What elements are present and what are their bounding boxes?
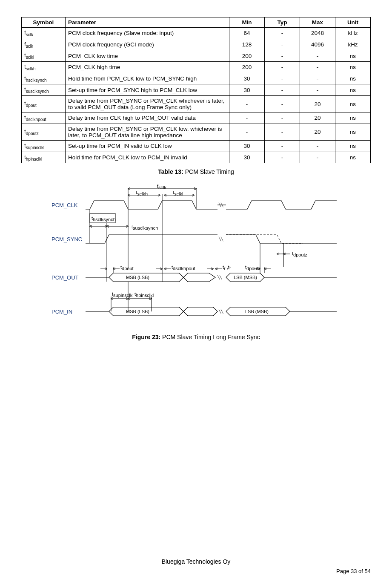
table-row: tsclklPCM_CLK low time200--ns bbox=[22, 50, 371, 62]
cell-symbol: tsusclksynch bbox=[22, 84, 66, 96]
signal-label-out: PCM_OUT bbox=[52, 274, 79, 281]
cell-min: - bbox=[229, 124, 265, 140]
table-caption-bold: Table 13: bbox=[158, 168, 183, 175]
svg-text:╲╲: ╲╲ bbox=[218, 202, 223, 207]
label-tsusclksynch: tsusclksynch bbox=[132, 224, 158, 230]
cell-typ: - bbox=[265, 152, 300, 163]
cell-parameter: PCM clock frequency (Slave mode: input) bbox=[66, 28, 229, 39]
cell-typ: - bbox=[265, 73, 300, 84]
table-row: fsclkPCM clock frequency (GCI mode)128-4… bbox=[22, 39, 371, 50]
label-tsclkl: tsclkl bbox=[173, 190, 183, 196]
cell-min: 200 bbox=[229, 50, 265, 62]
cell-symbol: fsclk bbox=[22, 28, 66, 39]
cell-typ: - bbox=[265, 96, 300, 112]
header-typ: Typ bbox=[265, 17, 300, 28]
header-unit: Unit bbox=[335, 17, 371, 28]
cell-unit: ns bbox=[335, 152, 371, 163]
label-lsb-out: LSB (MSB) bbox=[234, 275, 257, 280]
cell-symbol: tdpout bbox=[22, 96, 66, 112]
cell-min: 30 bbox=[229, 73, 265, 84]
cell-symbol: tdpoutz bbox=[22, 124, 66, 140]
cell-symbol: fsclk bbox=[22, 39, 66, 50]
label-thpinsclkl: thpinsclkl bbox=[134, 291, 154, 298]
cell-typ: - bbox=[265, 62, 300, 73]
cell-typ: - bbox=[265, 124, 300, 140]
label-tsclkh: tsclkh bbox=[136, 190, 148, 196]
cell-symbol: tsupinsclkl bbox=[22, 140, 66, 152]
cell-min: 30 bbox=[229, 84, 265, 96]
table-row: tsusclksynchSet-up time for PCM_SYNC hig… bbox=[22, 84, 371, 96]
cell-min: - bbox=[229, 96, 265, 112]
table-header-row: Symbol Parameter Min Typ Max Unit bbox=[22, 17, 371, 28]
table-row: thsclksynchHold time from PCM_CLK low to… bbox=[22, 73, 371, 84]
timing-diagram-wrap: PCM_CLK ╲╲ fsclk tsclkh tsclkl PCM_SYNC … bbox=[21, 184, 371, 328]
table-row: fsclkPCM clock frequency (Slave mode: in… bbox=[22, 28, 371, 39]
cell-typ: - bbox=[265, 84, 300, 96]
table-row: thpinsclklHold time for PCM_CLK low to P… bbox=[22, 152, 371, 163]
cell-symbol: tsclkl bbox=[22, 50, 66, 62]
signal-label-clk: PCM_CLK bbox=[52, 202, 78, 208]
table-caption: Table 13: PCM Slave Timing bbox=[21, 168, 371, 175]
label-tdpoutz-bot: tdpoutz bbox=[245, 265, 261, 271]
table-caption-rest: PCM Slave Timing bbox=[183, 168, 234, 175]
table-row: tsclkhPCM_CLK high time200--ns bbox=[22, 62, 371, 73]
cell-max: - bbox=[300, 140, 335, 152]
header-max: Max bbox=[300, 17, 335, 28]
figure-caption-rest: PCM Slave Timing Long Frame Sync bbox=[160, 334, 260, 340]
label-thsclksynch: thsclksynch bbox=[92, 216, 116, 222]
cell-parameter: PCM_CLK low time bbox=[66, 50, 229, 62]
cell-max: 20 bbox=[300, 112, 335, 124]
cell-symbol: thpinsclkl bbox=[22, 152, 66, 163]
svg-text:╲╲: ╲╲ bbox=[218, 309, 223, 314]
cell-unit: ns bbox=[335, 62, 371, 73]
table-row: tdpoutzDelay time from PCM_SYNC or PCM_C… bbox=[22, 124, 371, 140]
cell-max: 20 bbox=[300, 124, 335, 140]
cell-max: - bbox=[300, 84, 335, 96]
footer-company: Bluegiga Technologies Oy bbox=[0, 558, 392, 565]
cell-min: 200 bbox=[229, 62, 265, 73]
svg-text:╲╲: ╲╲ bbox=[217, 275, 222, 280]
cell-unit: ns bbox=[335, 50, 371, 62]
label-tdpout: tdpout bbox=[120, 265, 134, 271]
cell-symbol: tsclkh bbox=[22, 62, 66, 73]
header-min: Min bbox=[229, 17, 265, 28]
cell-unit: kHz bbox=[335, 28, 371, 39]
cell-min: 30 bbox=[229, 140, 265, 152]
cell-max: - bbox=[300, 62, 335, 73]
cell-parameter: Delay time from PCM_SYNC or PCM_CLK low,… bbox=[66, 124, 229, 140]
cell-parameter: Delay time from PCM_SYNC or PCM_CLK whic… bbox=[66, 96, 229, 112]
figure-caption-bold: Figure 23: bbox=[132, 334, 160, 340]
label-tdsclkhpout: tdsclkhpout bbox=[172, 265, 195, 271]
table-row: tdsclkhpoutDelay time from CLK high to P… bbox=[22, 112, 371, 124]
cell-parameter: PCM clock frequency (GCI mode) bbox=[66, 39, 229, 50]
cell-typ: - bbox=[265, 39, 300, 50]
cell-typ: - bbox=[265, 50, 300, 62]
cell-unit: ns bbox=[335, 140, 371, 152]
cell-min: 128 bbox=[229, 39, 265, 50]
cell-parameter: Hold time from PCM_CLK low to PCM_SYNC h… bbox=[66, 73, 229, 84]
signal-label-in: PCM_IN bbox=[52, 308, 72, 315]
cell-min: - bbox=[229, 112, 265, 124]
figure-caption: Figure 23: PCM Slave Timing Long Frame S… bbox=[21, 334, 371, 340]
cell-symbol: thsclksynch bbox=[22, 73, 66, 84]
cell-min: 64 bbox=[229, 28, 265, 39]
cell-max: 4096 bbox=[300, 39, 335, 50]
cell-unit: ns bbox=[335, 112, 371, 124]
cell-symbol: tdsclkhpout bbox=[22, 112, 66, 124]
cell-parameter: Delay time from CLK high to PCM_OUT vali… bbox=[66, 112, 229, 124]
cell-max: - bbox=[300, 50, 335, 62]
header-parameter: Parameter bbox=[66, 17, 229, 28]
cell-parameter: Set-up time for PCM_IN valid to CLK low bbox=[66, 140, 229, 152]
cell-typ: - bbox=[265, 28, 300, 39]
cell-max: 20 bbox=[300, 96, 335, 112]
cell-parameter: PCM_CLK high time bbox=[66, 62, 229, 73]
table-row: tdpoutDelay time from PCM_SYNC or PCM_CL… bbox=[22, 96, 371, 112]
label-trtf: tr ,tf bbox=[223, 265, 231, 271]
cell-unit: ns bbox=[335, 96, 371, 112]
cell-max: - bbox=[300, 73, 335, 84]
cell-typ: - bbox=[265, 112, 300, 124]
cell-parameter: Set-up time for PCM_SYNC high to PCM_CLK… bbox=[66, 84, 229, 96]
cell-max: - bbox=[300, 152, 335, 163]
page-number: Page 33 of 54 bbox=[336, 568, 371, 574]
cell-parameter: Hold time for PCM_CLK low to PCM_IN inva… bbox=[66, 152, 229, 163]
